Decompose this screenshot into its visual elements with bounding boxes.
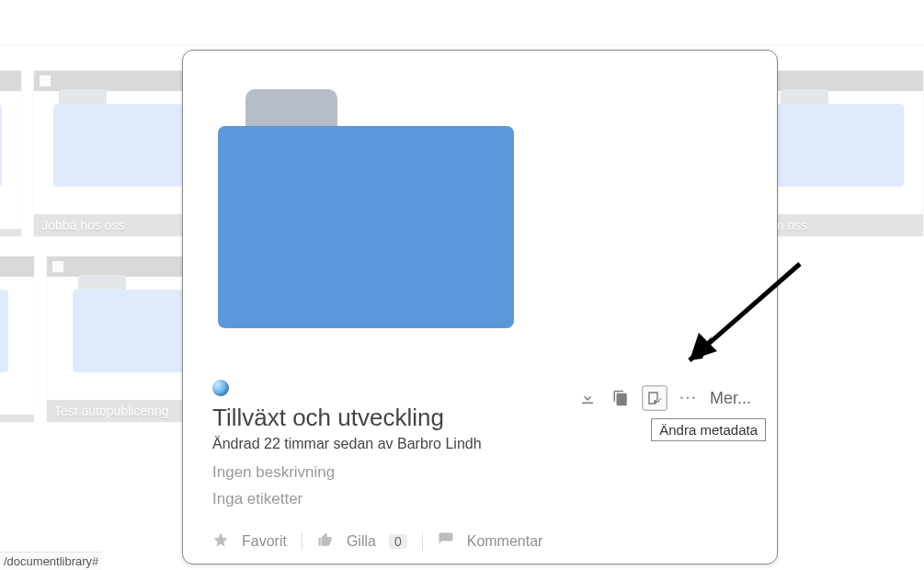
- favorite-label[interactable]: Favorit: [242, 533, 287, 550]
- comment-icon[interactable]: [438, 531, 454, 552]
- social-bar: Favorit Gilla 0 Kommentar: [212, 531, 747, 552]
- more-icon[interactable]: ···: [677, 386, 701, 410]
- like-label[interactable]: Gilla: [347, 533, 376, 550]
- tags-text: Inga etiketter: [212, 486, 747, 513]
- star-icon[interactable]: [212, 531, 229, 552]
- copy-button[interactable]: [609, 386, 633, 410]
- folder-icon: [218, 126, 514, 328]
- comment-label[interactable]: Kommentar: [467, 533, 543, 550]
- like-count: 0: [389, 534, 407, 549]
- edit-metadata-button[interactable]: [642, 385, 667, 411]
- status-bar-path: /documentlibrary#: [0, 552, 102, 570]
- thumb-icon[interactable]: [317, 531, 334, 552]
- folder-details-modal: Tillväxt och utveckling Ändrad 22 timmar…: [182, 50, 778, 564]
- action-bar: ··· Mer...: [576, 385, 751, 411]
- globe-icon: [212, 380, 229, 396]
- download-button[interactable]: [576, 386, 599, 410]
- edit-metadata-tooltip: Ändra metadata: [651, 418, 766, 441]
- description-text: Ingen beskrivning: [212, 460, 747, 486]
- more-label[interactable]: Mer...: [710, 389, 751, 408]
